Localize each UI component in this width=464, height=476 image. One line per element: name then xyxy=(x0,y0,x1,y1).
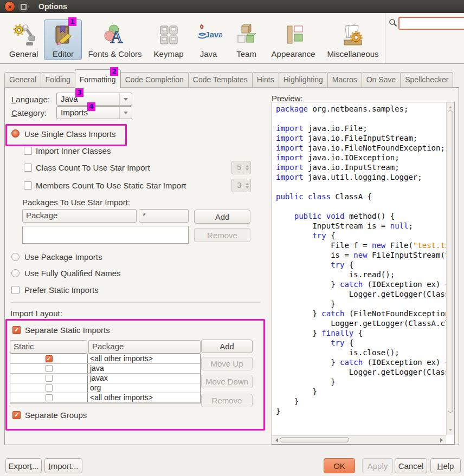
tab-hints[interactable]: Hints xyxy=(252,72,279,88)
vertical-scrollbar[interactable] xyxy=(446,102,454,435)
use-fully-qualified-radio[interactable] xyxy=(11,269,20,277)
members-count-star-checkbox[interactable] xyxy=(24,181,32,190)
members-count-star-label: Members Count To Use Static Star Import xyxy=(36,181,186,190)
prefer-static-imports-checkbox[interactable] xyxy=(11,286,20,294)
scroll-right-icon[interactable] xyxy=(440,438,445,442)
language-combobox[interactable]: Java xyxy=(56,93,132,106)
search-icon xyxy=(389,18,397,27)
toolbar-label-miscellaneous: Miscellaneous xyxy=(327,49,379,58)
toolbar-label-java: Java xyxy=(200,49,217,58)
team-cubes-icon xyxy=(234,22,260,48)
use-fully-qualified-label: Use Fully Qualified Names xyxy=(24,269,121,278)
help-button[interactable]: Help xyxy=(430,458,461,473)
toolbar-item-appearance[interactable]: Appearance xyxy=(266,19,321,60)
use-package-imports-label: Use Package Imports xyxy=(24,252,102,262)
toolbar-item-team[interactable]: Team xyxy=(228,19,266,60)
search-input[interactable] xyxy=(398,17,464,30)
tab-macros[interactable]: Macros xyxy=(327,72,362,88)
import-inner-classes-checkbox[interactable] xyxy=(24,147,32,155)
import-button[interactable]: Import... xyxy=(44,458,82,473)
class-count-star-label: Class Count To Use Star Import xyxy=(36,163,150,172)
java-logo-text: Java xyxy=(205,30,222,39)
search-area xyxy=(385,13,464,63)
divider xyxy=(10,302,261,303)
spinner-up-icon[interactable] xyxy=(246,164,249,167)
appearance-layout-icon xyxy=(280,22,306,48)
layout-add-button[interactable]: Add xyxy=(201,340,253,353)
separate-static-imports-checkbox[interactable] xyxy=(12,326,21,334)
toolbar-item-fonts-colors[interactable]: A Fonts & Colors xyxy=(82,19,147,60)
layout-remove-button[interactable]: Remove xyxy=(201,394,253,407)
tab-on-save[interactable]: On Save xyxy=(362,72,401,88)
row-static-checkbox[interactable] xyxy=(46,384,53,392)
row-static-checkbox[interactable] xyxy=(46,394,53,401)
star-column-header[interactable]: * xyxy=(139,209,189,223)
scroll-down-icon[interactable] xyxy=(449,429,452,433)
toolbar-label-fonts-colors: Fonts & Colors xyxy=(88,49,141,58)
packages-star-list[interactable] xyxy=(22,226,189,244)
separate-groups-checkbox[interactable] xyxy=(12,411,21,419)
language-label: Language: xyxy=(11,95,50,104)
horizontal-scrollbar[interactable] xyxy=(272,435,446,444)
tab-formatting[interactable]: Formatting xyxy=(75,69,121,88)
category-combobox[interactable]: Imports xyxy=(56,106,132,119)
close-button[interactable] xyxy=(4,1,15,12)
fonts-colors-icon: A xyxy=(102,22,128,48)
ok-button[interactable]: OK xyxy=(324,458,355,473)
package-layout-column-header[interactable]: Package xyxy=(88,340,201,354)
vertical-scroll-thumb[interactable] xyxy=(448,110,453,413)
use-package-imports-radio[interactable] xyxy=(11,253,20,261)
maximize-button[interactable] xyxy=(18,1,29,12)
row-static-checkbox[interactable] xyxy=(46,365,53,372)
toolbar-item-editor[interactable]: Editor xyxy=(44,19,82,60)
export-button[interactable]: Export... xyxy=(5,458,42,473)
toolbar-item-keymap[interactable]: Keymap xyxy=(148,19,190,60)
toolbar-categories: General Editor A Fonts & Colors xyxy=(0,13,385,63)
table-row[interactable]: javax xyxy=(10,374,200,383)
spinner-down-icon[interactable] xyxy=(246,168,249,172)
import-layout-label: Import Layout: xyxy=(10,309,62,318)
cancel-button[interactable]: Cancel xyxy=(395,458,427,473)
packages-star-label: Packages To Use Star Import: xyxy=(22,198,130,207)
class-count-star-checkbox[interactable] xyxy=(24,164,32,172)
packages-remove-button[interactable]: Remove xyxy=(194,228,250,242)
tab-code-completion[interactable]: Code Completion xyxy=(120,72,189,88)
table-row[interactable]: <all other imports> xyxy=(10,393,200,403)
horizontal-scroll-thumb[interactable] xyxy=(280,437,349,442)
packages-add-button[interactable]: Add xyxy=(194,210,250,224)
toolbar-item-miscellaneous[interactable]: Miscellaneous xyxy=(321,19,385,60)
spinner-up-icon[interactable] xyxy=(246,181,249,185)
preview-code[interactable]: package org.netbeans.samples; import jav… xyxy=(272,102,446,435)
static-column-header[interactable]: Static xyxy=(10,340,87,354)
table-row[interactable]: <all other imports> xyxy=(10,354,200,364)
tab-general[interactable]: General xyxy=(4,72,41,88)
tab-folding[interactable]: Folding xyxy=(41,72,75,88)
tab-spellchecker[interactable]: Spellchecker xyxy=(400,72,453,88)
row-static-checkbox[interactable] xyxy=(46,355,53,362)
row-static-checkbox[interactable] xyxy=(46,375,53,382)
import-layout-table[interactable]: <all other imports>javajavaxorg<all othe… xyxy=(10,354,201,403)
tab-highlighting[interactable]: Highlighting xyxy=(279,72,328,88)
members-count-spinner[interactable]: 3 xyxy=(231,179,251,192)
category-value: Imports xyxy=(61,108,88,117)
scroll-up-icon[interactable] xyxy=(449,105,452,108)
use-single-class-imports-radio[interactable] xyxy=(11,129,20,138)
java-logo-icon: Java xyxy=(196,22,222,48)
spinner-down-icon[interactable] xyxy=(246,186,249,190)
options-window: Options General xyxy=(0,0,464,476)
table-row[interactable]: org xyxy=(10,383,200,393)
toolbar-item-general[interactable]: General xyxy=(3,19,44,60)
class-count-spinner[interactable]: 5 xyxy=(231,161,251,174)
keymap-keyboard-icon xyxy=(156,22,182,48)
category-label: Category: xyxy=(11,108,47,118)
formatting-panel: Language: Java Category: Imports Use Sin… xyxy=(4,87,459,445)
tab-code-templates[interactable]: Code Templates xyxy=(188,72,253,88)
layout-move-up-button[interactable]: Move Up xyxy=(201,357,253,370)
layout-move-down-button[interactable]: Move Down xyxy=(201,375,253,388)
toolbar-item-java[interactable]: Java Java xyxy=(190,19,228,60)
table-row[interactable]: java xyxy=(10,364,200,374)
toolbar-label-editor: Editor xyxy=(53,49,74,58)
package-column-header[interactable]: Package xyxy=(22,209,137,223)
scroll-left-icon[interactable] xyxy=(273,438,278,442)
apply-button[interactable]: Apply xyxy=(362,458,393,473)
